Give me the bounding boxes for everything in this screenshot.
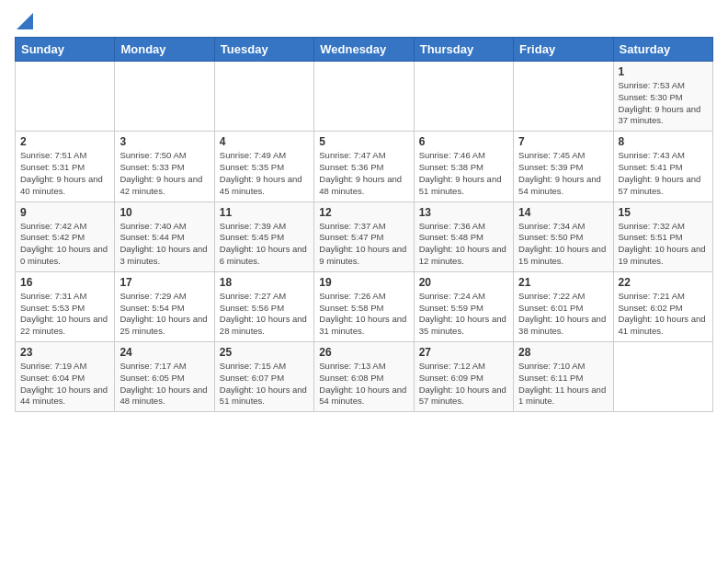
weekday-header-saturday: Saturday	[613, 38, 712, 62]
calendar-week-3: 9Sunrise: 7:42 AM Sunset: 5:42 PM Daylig…	[16, 201, 713, 271]
calendar-cell: 15Sunrise: 7:32 AM Sunset: 5:51 PM Dayli…	[613, 201, 712, 271]
weekday-header-thursday: Thursday	[414, 38, 513, 62]
day-info: Sunrise: 7:47 AM Sunset: 5:36 PM Dayligh…	[319, 150, 408, 197]
calendar-cell	[214, 62, 313, 132]
day-info: Sunrise: 7:22 AM Sunset: 6:01 PM Dayligh…	[518, 291, 608, 338]
calendar-cell: 1Sunrise: 7:53 AM Sunset: 5:30 PM Daylig…	[613, 62, 712, 132]
calendar-week-1: 1Sunrise: 7:53 AM Sunset: 5:30 PM Daylig…	[16, 62, 713, 132]
day-number: 1	[619, 65, 708, 78]
calendar-cell: 11Sunrise: 7:39 AM Sunset: 5:45 PM Dayli…	[214, 201, 313, 271]
calendar-cell: 7Sunrise: 7:45 AM Sunset: 5:39 PM Daylig…	[514, 132, 613, 201]
calendar-cell	[16, 62, 115, 132]
calendar-cell: 9Sunrise: 7:42 AM Sunset: 5:42 PM Daylig…	[16, 201, 115, 271]
weekday-header-monday: Monday	[115, 38, 214, 62]
calendar-cell: 21Sunrise: 7:22 AM Sunset: 6:01 PM Dayli…	[514, 271, 613, 341]
day-info: Sunrise: 7:32 AM Sunset: 5:51 PM Dayligh…	[619, 221, 708, 268]
day-number: 4	[220, 135, 309, 148]
day-info: Sunrise: 7:39 AM Sunset: 5:45 PM Dayligh…	[220, 221, 309, 268]
calendar-cell	[115, 62, 214, 132]
day-number: 6	[419, 135, 508, 148]
logo-icon	[17, 13, 33, 29]
calendar-cell: 8Sunrise: 7:43 AM Sunset: 5:41 PM Daylig…	[613, 132, 712, 201]
day-info: Sunrise: 7:40 AM Sunset: 5:44 PM Dayligh…	[119, 221, 209, 268]
day-number: 19	[319, 276, 408, 289]
calendar-cell	[613, 342, 712, 412]
logo	[15, 15, 33, 29]
page-header	[15, 15, 713, 29]
calendar-cell: 27Sunrise: 7:12 AM Sunset: 6:09 PM Dayli…	[414, 342, 513, 412]
calendar-cell: 3Sunrise: 7:50 AM Sunset: 5:33 PM Daylig…	[115, 132, 214, 201]
day-info: Sunrise: 7:31 AM Sunset: 5:53 PM Dayligh…	[20, 291, 109, 338]
calendar-cell: 26Sunrise: 7:13 AM Sunset: 6:08 PM Dayli…	[314, 342, 414, 412]
day-info: Sunrise: 7:53 AM Sunset: 5:30 PM Dayligh…	[619, 80, 708, 127]
calendar-cell: 13Sunrise: 7:36 AM Sunset: 5:48 PM Dayli…	[414, 201, 513, 271]
day-info: Sunrise: 7:27 AM Sunset: 5:56 PM Dayligh…	[220, 291, 309, 338]
day-number: 10	[119, 206, 209, 219]
calendar-cell: 12Sunrise: 7:37 AM Sunset: 5:47 PM Dayli…	[314, 201, 414, 271]
day-number: 24	[119, 346, 209, 359]
day-number: 25	[220, 346, 309, 359]
day-number: 16	[20, 276, 109, 289]
calendar-cell	[414, 62, 513, 132]
calendar-cell: 28Sunrise: 7:10 AM Sunset: 6:11 PM Dayli…	[514, 342, 613, 412]
day-info: Sunrise: 7:26 AM Sunset: 5:58 PM Dayligh…	[319, 291, 408, 338]
calendar-cell	[314, 62, 414, 132]
day-info: Sunrise: 7:43 AM Sunset: 5:41 PM Dayligh…	[619, 150, 708, 197]
day-number: 14	[518, 206, 608, 219]
day-number: 13	[419, 206, 508, 219]
day-number: 18	[220, 276, 309, 289]
day-info: Sunrise: 7:37 AM Sunset: 5:47 PM Dayligh…	[319, 221, 408, 268]
day-info: Sunrise: 7:15 AM Sunset: 6:07 PM Dayligh…	[220, 361, 309, 408]
calendar-cell: 2Sunrise: 7:51 AM Sunset: 5:31 PM Daylig…	[16, 132, 115, 201]
weekday-header-sunday: Sunday	[16, 38, 115, 62]
day-number: 22	[619, 276, 708, 289]
day-info: Sunrise: 7:13 AM Sunset: 6:08 PM Dayligh…	[319, 361, 408, 408]
day-info: Sunrise: 7:51 AM Sunset: 5:31 PM Dayligh…	[20, 150, 109, 197]
day-number: 27	[419, 346, 508, 359]
day-number: 17	[119, 276, 209, 289]
weekday-header-wednesday: Wednesday	[314, 38, 414, 62]
calendar-cell	[514, 62, 613, 132]
calendar-cell: 23Sunrise: 7:19 AM Sunset: 6:04 PM Dayli…	[16, 342, 115, 412]
day-number: 2	[20, 135, 109, 148]
calendar-cell: 5Sunrise: 7:47 AM Sunset: 5:36 PM Daylig…	[314, 132, 414, 201]
calendar-cell: 19Sunrise: 7:26 AM Sunset: 5:58 PM Dayli…	[314, 271, 414, 341]
day-info: Sunrise: 7:10 AM Sunset: 6:11 PM Dayligh…	[518, 361, 608, 408]
day-number: 9	[20, 206, 109, 219]
day-info: Sunrise: 7:50 AM Sunset: 5:33 PM Dayligh…	[119, 150, 209, 197]
day-number: 8	[619, 135, 708, 148]
calendar-cell: 25Sunrise: 7:15 AM Sunset: 6:07 PM Dayli…	[214, 342, 313, 412]
day-number: 12	[319, 206, 408, 219]
calendar-cell: 16Sunrise: 7:31 AM Sunset: 5:53 PM Dayli…	[16, 271, 115, 341]
calendar-cell: 14Sunrise: 7:34 AM Sunset: 5:50 PM Dayli…	[514, 201, 613, 271]
calendar-cell: 6Sunrise: 7:46 AM Sunset: 5:38 PM Daylig…	[414, 132, 513, 201]
day-info: Sunrise: 7:45 AM Sunset: 5:39 PM Dayligh…	[518, 150, 608, 197]
day-number: 20	[419, 276, 508, 289]
day-info: Sunrise: 7:46 AM Sunset: 5:38 PM Dayligh…	[419, 150, 508, 197]
day-info: Sunrise: 7:24 AM Sunset: 5:59 PM Dayligh…	[419, 291, 508, 338]
svg-marker-0	[17, 13, 33, 29]
calendar-cell: 22Sunrise: 7:21 AM Sunset: 6:02 PM Dayli…	[613, 271, 712, 341]
day-number: 11	[220, 206, 309, 219]
day-info: Sunrise: 7:34 AM Sunset: 5:50 PM Dayligh…	[518, 221, 608, 268]
day-number: 28	[518, 346, 608, 359]
calendar-week-5: 23Sunrise: 7:19 AM Sunset: 6:04 PM Dayli…	[16, 342, 713, 412]
day-info: Sunrise: 7:42 AM Sunset: 5:42 PM Dayligh…	[20, 221, 109, 268]
weekday-header-friday: Friday	[514, 38, 613, 62]
calendar-table: SundayMondayTuesdayWednesdayThursdayFrid…	[15, 37, 713, 412]
day-info: Sunrise: 7:36 AM Sunset: 5:48 PM Dayligh…	[419, 221, 508, 268]
calendar-cell: 4Sunrise: 7:49 AM Sunset: 5:35 PM Daylig…	[214, 132, 313, 201]
calendar-cell: 17Sunrise: 7:29 AM Sunset: 5:54 PM Dayli…	[115, 271, 214, 341]
day-number: 23	[20, 346, 109, 359]
calendar-cell: 24Sunrise: 7:17 AM Sunset: 6:05 PM Dayli…	[115, 342, 214, 412]
day-info: Sunrise: 7:12 AM Sunset: 6:09 PM Dayligh…	[419, 361, 508, 408]
day-number: 26	[319, 346, 408, 359]
day-number: 21	[518, 276, 608, 289]
day-info: Sunrise: 7:49 AM Sunset: 5:35 PM Dayligh…	[220, 150, 309, 197]
day-number: 7	[518, 135, 608, 148]
calendar-header-row: SundayMondayTuesdayWednesdayThursdayFrid…	[16, 38, 713, 62]
calendar-cell: 18Sunrise: 7:27 AM Sunset: 5:56 PM Dayli…	[214, 271, 313, 341]
day-info: Sunrise: 7:29 AM Sunset: 5:54 PM Dayligh…	[119, 291, 209, 338]
calendar-cell: 10Sunrise: 7:40 AM Sunset: 5:44 PM Dayli…	[115, 201, 214, 271]
day-number: 5	[319, 135, 408, 148]
